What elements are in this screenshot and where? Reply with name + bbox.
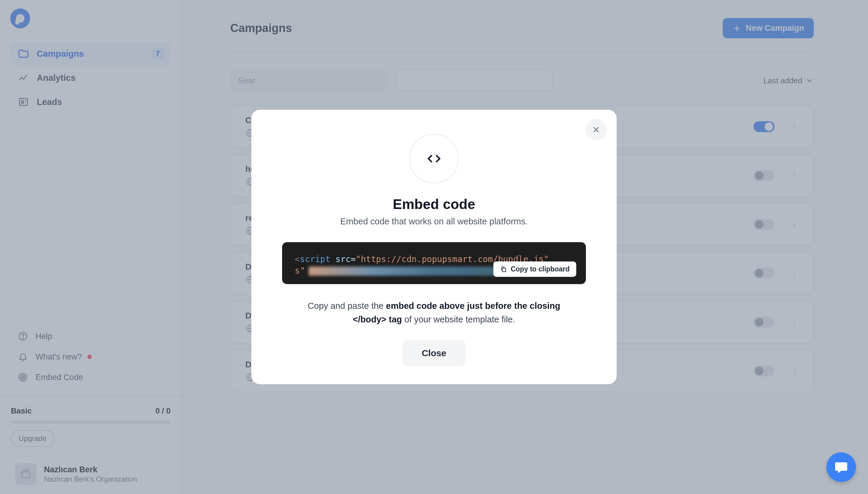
code-icon — [426, 150, 442, 167]
copy-icon — [500, 266, 507, 273]
modal-overlay[interactable]: Embed code Embed code that works on all … — [0, 0, 868, 494]
chat-widget-button[interactable] — [826, 452, 856, 482]
code-tagname: script — [300, 254, 330, 264]
close-button[interactable]: Close — [402, 340, 466, 366]
blurred-code — [309, 267, 498, 276]
modal-title: Embed code — [270, 196, 598, 212]
close-icon — [591, 125, 601, 134]
embed-code-modal: Embed code Embed code that works on all … — [251, 110, 617, 384]
button-label: Copy to clipboard — [511, 265, 570, 274]
code-attr: src — [335, 254, 351, 264]
code-snippet[interactable]: <script src="https://cdn.popupsmart.com/… — [282, 242, 586, 284]
modal-subtitle: Embed code that works on all website pla… — [270, 216, 598, 227]
modal-instructions: Copy and paste the embed code above just… — [291, 299, 577, 326]
chat-icon — [834, 460, 848, 474]
svg-rect-14 — [502, 268, 506, 272]
copy-to-clipboard-button[interactable]: Copy to clipboard — [493, 262, 576, 277]
code-icon-circle — [409, 134, 459, 183]
close-icon-button[interactable] — [585, 119, 607, 140]
